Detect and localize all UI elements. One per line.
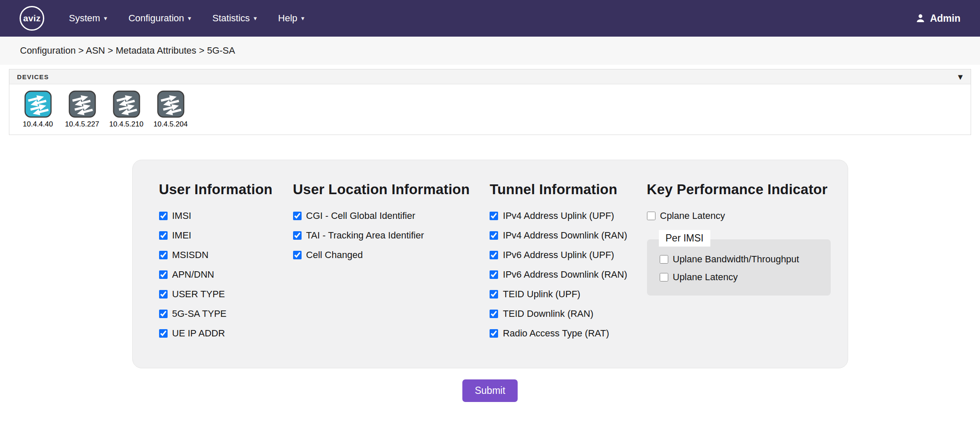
option-ipv4-uplink[interactable]: IPv4 Address Uplink (UPF) [490, 210, 647, 221]
ipv4-downlink-checkbox[interactable] [490, 231, 498, 240]
option-label: TEID Downlink (RAN) [503, 308, 593, 319]
switch-icon [24, 90, 52, 118]
device-ip: 10.4.5.204 [154, 120, 188, 129]
option-label: IPv4 Address Downlink (RAN) [503, 230, 627, 241]
brand-logo[interactable]: aviz [20, 6, 44, 31]
option-label: IPv4 Address Uplink (UPF) [503, 210, 614, 221]
breadcrumb: Configuration > ASN > Metadata Attribute… [0, 37, 980, 65]
per-imsi-group: Per IMSI Uplane Bandwidth/Throughput Upl… [647, 230, 831, 296]
collapse-caret-icon[interactable]: ▾ [958, 72, 963, 81]
cplane-latency-checkbox[interactable] [647, 212, 655, 220]
section-tunnel-information: Tunnel Information IPv4 Address Uplink (… [490, 181, 647, 347]
chevron-down-icon: ▾ [104, 14, 107, 22]
option-5gsa-type[interactable]: 5G-SA TYPE [159, 308, 293, 319]
option-label: UE IP ADDR [172, 328, 225, 339]
cgi-checkbox[interactable] [293, 212, 302, 220]
teid-downlink-checkbox[interactable] [490, 310, 498, 318]
aviz-logo-icon: aviz [20, 6, 44, 31]
devices-panel-title: DEVICES [17, 73, 49, 80]
switch-icon [157, 90, 185, 118]
user-icon [915, 13, 926, 23]
option-label: Uplane Bandwidth/Throughput [673, 254, 799, 265]
option-ipv6-downlink[interactable]: IPv6 Address Downlink (RAN) [490, 269, 647, 280]
option-label: CGI - Cell Global Identifier [306, 210, 416, 221]
menu-item-system[interactable]: System ▾ [69, 13, 107, 24]
device-item[interactable]: 10.4.5.204 [150, 90, 191, 129]
option-ipv4-downlink[interactable]: IPv4 Address Downlink (RAN) [490, 230, 647, 241]
devices-panel-header[interactable]: DEVICES ▾ [9, 69, 971, 84]
devices-list: 10.4.4.40 10.4.5.227 10.4.5.210 10.4.5.2… [9, 84, 971, 135]
tai-checkbox[interactable] [293, 231, 302, 240]
option-label: MSISDN [172, 250, 209, 261]
section-title: User Location Information [293, 181, 490, 198]
option-tai[interactable]: TAI - Tracking Area Identifier [293, 230, 490, 241]
option-teid-downlink[interactable]: TEID Downlink (RAN) [490, 308, 647, 319]
ipv6-uplink-checkbox[interactable] [490, 251, 498, 259]
section-title: User Information [159, 181, 293, 198]
option-uplane-bandwidth[interactable]: Uplane Bandwidth/Throughput [660, 254, 820, 265]
option-ue-ip-addr[interactable]: UE IP ADDR [159, 328, 293, 339]
section-key-performance-indicator: Key Performance Indicator Cplane Latency… [647, 181, 831, 347]
submit-button[interactable]: Submit [462, 379, 518, 402]
option-teid-uplink[interactable]: TEID Uplink (UPF) [490, 289, 647, 300]
devices-panel: DEVICES ▾ 10.4.4.40 10.4.5.227 10.4.5.21… [9, 69, 971, 135]
radio-access-type-checkbox[interactable] [490, 329, 498, 338]
section-user-location-information: User Location Information CGI - Cell Glo… [293, 181, 490, 347]
option-label: Cplane Latency [660, 210, 725, 221]
option-radio-access-type[interactable]: Radio Access Type (RAT) [490, 328, 647, 339]
user-type-checkbox[interactable] [159, 290, 168, 299]
option-cplane-latency[interactable]: Cplane Latency [647, 210, 831, 221]
imsi-checkbox[interactable] [159, 212, 168, 220]
option-imsi[interactable]: IMSI [159, 210, 293, 221]
option-label: 5G-SA TYPE [172, 308, 227, 319]
option-ipv6-uplink[interactable]: IPv6 Address Uplink (UPF) [490, 250, 647, 261]
option-uplane-latency[interactable]: Uplane Latency [660, 272, 820, 283]
imei-checkbox[interactable] [159, 231, 168, 240]
apn-dnn-checkbox[interactable] [159, 270, 168, 279]
menu-item-label: System [69, 13, 100, 24]
option-msisdn[interactable]: MSISDN [159, 250, 293, 261]
ipv6-downlink-checkbox[interactable] [490, 270, 498, 279]
chevron-down-icon: ▾ [254, 14, 257, 22]
option-cell-changed[interactable]: Cell Changed [293, 250, 490, 261]
ipv4-uplink-checkbox[interactable] [490, 212, 498, 220]
device-item[interactable]: 10.4.4.40 [17, 90, 59, 129]
per-imsi-panel: Uplane Bandwidth/Throughput Uplane Laten… [647, 239, 831, 296]
cell-changed-checkbox[interactable] [293, 251, 302, 259]
submit-row: Submit [0, 379, 980, 402]
option-label: TAI - Tracking Area Identifier [306, 230, 424, 241]
chevron-down-icon: ▾ [188, 14, 191, 22]
section-title: Key Performance Indicator [647, 181, 831, 198]
option-apn-dnn[interactable]: APN/DNN [159, 269, 293, 280]
option-label: IPv6 Address Downlink (RAN) [503, 269, 627, 280]
device-item[interactable]: 10.4.5.227 [61, 90, 103, 129]
switch-icon [68, 90, 96, 118]
option-cgi[interactable]: CGI - Cell Global Identifier [293, 210, 490, 221]
metadata-attributes-card: User Information IMSI IMEI MSISDN APN/DN… [132, 160, 848, 368]
user-menu[interactable]: Admin [915, 13, 960, 24]
top-navbar: aviz System ▾ Configuration ▾ Statistics… [0, 0, 980, 37]
ue-ip-addr-checkbox[interactable] [159, 329, 168, 338]
section-title: Tunnel Information [490, 181, 647, 198]
menu-item-configuration[interactable]: Configuration ▾ [128, 13, 191, 24]
device-item[interactable]: 10.4.5.210 [105, 90, 147, 129]
5gsa-type-checkbox[interactable] [159, 310, 168, 318]
user-label: Admin [930, 13, 960, 24]
device-ip: 10.4.5.210 [109, 120, 143, 129]
switch-icon [113, 90, 140, 118]
menu-item-help[interactable]: Help ▾ [278, 13, 305, 24]
uplane-bandwidth-checkbox[interactable] [660, 255, 668, 264]
option-label: Radio Access Type (RAT) [503, 328, 609, 339]
device-ip: 10.4.5.227 [65, 120, 99, 129]
msisdn-checkbox[interactable] [159, 251, 168, 259]
option-user-type[interactable]: USER TYPE [159, 289, 293, 300]
option-imei[interactable]: IMEI [159, 230, 293, 241]
chevron-down-icon: ▾ [301, 14, 305, 22]
uplane-latency-checkbox[interactable] [660, 273, 668, 281]
section-user-information: User Information IMSI IMEI MSISDN APN/DN… [159, 181, 293, 347]
menu-item-statistics[interactable]: Statistics ▾ [212, 13, 257, 24]
teid-uplink-checkbox[interactable] [490, 290, 498, 299]
option-label: USER TYPE [172, 289, 225, 300]
option-label: TEID Uplink (UPF) [503, 289, 580, 300]
menu-item-label: Configuration [128, 13, 184, 24]
